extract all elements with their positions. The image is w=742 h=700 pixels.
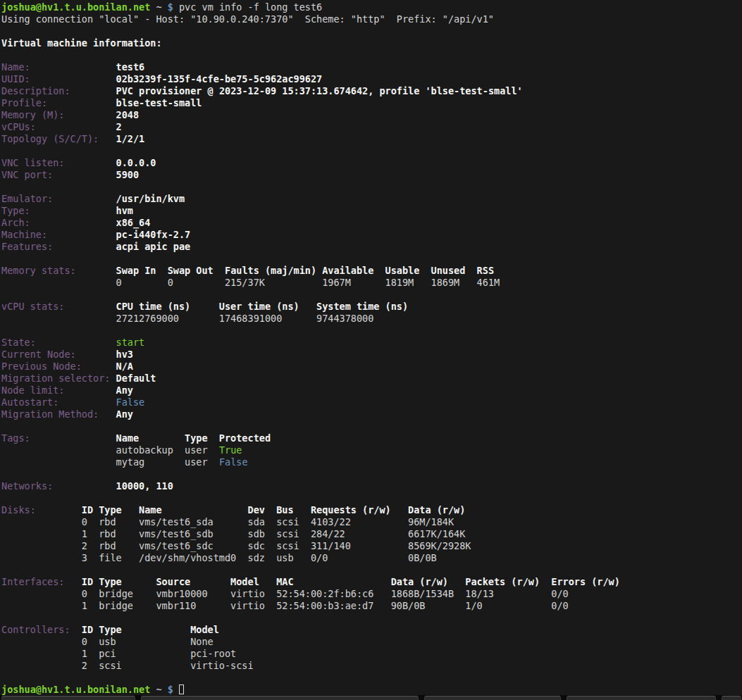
- kv-uuid: UUID: 02b3239f-135f-4cfe-be75-5c962ac996…: [1, 73, 741, 85]
- kv-state-seg-0: State:: [1, 337, 36, 348]
- taskbar-window-segment-4[interactable]: [722, 696, 741, 700]
- tags-header: Tags: Name Type Protected: [1, 432, 741, 444]
- prompt-command-line-seg-2: $: [168, 1, 173, 13]
- kv-vnc-listen-seg-2: 0.0.0.0: [116, 157, 156, 168]
- taskbar-strip: [0, 695, 742, 700]
- kv-features: Features: acpi apic pae: [1, 241, 741, 253]
- disk-row-0-seg-1: 0 rbd vms/test6_sda sda scsi 4103/22 96M…: [82, 516, 454, 527]
- kv-vnc-port-seg-0: VNC port:: [1, 169, 53, 180]
- taskbar-window-segment-2[interactable]: [424, 696, 561, 700]
- kv-vcpus: vCPUs: 2: [1, 121, 741, 133]
- kv-current-node: Current Node: hv3: [1, 349, 741, 361]
- tag-row-autobackup-seg-1: autobackup user: [116, 444, 219, 456]
- kv-machine-seg-1: [47, 229, 116, 240]
- interfaces-header-seg-1: [64, 576, 81, 587]
- kv-node-limit-seg-1: [64, 385, 116, 396]
- prompt-line-cursor-seg-2: $: [168, 684, 173, 695]
- kv-previous-node-seg-0: Previous Node:: [1, 361, 82, 372]
- disk-row-2: 2 rbd vms/test6_sdc sdc scsi 311/140 856…: [1, 540, 741, 552]
- blank-line: [1, 672, 741, 684]
- tag-row-autobackup-seg-2: True: [219, 444, 242, 456]
- kv-migration-method: Migration Method: Any: [1, 408, 741, 420]
- kv-profile-seg-0: Profile:: [1, 97, 47, 108]
- taskbar-window-segment-1[interactable]: [141, 696, 419, 700]
- kv-name: Name: test6: [1, 61, 741, 73]
- kv-state-seg-1: [36, 337, 116, 348]
- kv-autostart: Autostart: False: [1, 396, 741, 408]
- interface-row-0-seg-1: 0 bridge vmbr10000 virtio 52:54:00:2f:b6…: [82, 588, 569, 599]
- kv-arch-seg-2: x86_64: [116, 217, 151, 228]
- kv-migration-selector-seg-0: Migration selector:: [1, 373, 110, 384]
- vcpu-stats-header-seg-1: [64, 301, 116, 312]
- prompt-command-line: joshua@hv1.t.u.bonilan.net ~ $ pvc vm in…: [1, 1, 741, 13]
- kv-description: Description: PVC provisioner @ 2023-12-0…: [1, 85, 741, 97]
- controller-row-2-seg-0: [1, 660, 82, 671]
- interface-row-0: 0 bridge vmbr10000 virtio 52:54:00:2f:b6…: [1, 588, 741, 600]
- kv-name-seg-0: Name:: [1, 61, 30, 73]
- vcpu-stats-header-seg-0: vCPU stats:: [1, 301, 64, 312]
- kv-profile-seg-2: blse-test-small: [116, 97, 202, 108]
- blank-line: [1, 253, 741, 265]
- section-title-line: Virtual machine information:: [1, 37, 741, 49]
- kv-profile-seg-1: [47, 97, 116, 108]
- kv-migration-selector-seg-1: [110, 373, 116, 384]
- kv-migration-selector-seg-2: Default: [116, 373, 156, 384]
- kv-networks-seg-0: Networks:: [1, 480, 53, 492]
- disk-row-3: 3 file /dev/shm/vhostmd0 sdz usb 0/0 0B/…: [1, 552, 741, 564]
- kv-arch-seg-0: Arch:: [1, 217, 30, 228]
- terminal-screen[interactable]: joshua@hv1.t.u.bonilan.net ~ $ pvc vm in…: [1, 1, 741, 696]
- disk-row-1-seg-1: 1 rbd vms/test6_sdb sdb scsi 284/22 6617…: [82, 528, 466, 539]
- kv-vnc-listen-seg-0: VNC listen:: [1, 157, 64, 168]
- disk-row-0: 0 rbd vms/test6_sda sda scsi 4103/22 96M…: [1, 516, 741, 528]
- memory-stats-values-seg-0: [1, 277, 116, 288]
- memory-stats-header: Memory stats: Swap In Swap Out Faults (m…: [1, 265, 741, 277]
- kv-machine-seg-0: Machine:: [1, 229, 47, 240]
- kv-machine: Machine: pc-i440fx-2.7: [1, 229, 741, 241]
- kv-uuid-seg-0: UUID:: [1, 73, 30, 85]
- taskbar-window-segment-3[interactable]: [567, 696, 716, 700]
- kv-autostart-seg-1: [58, 396, 116, 408]
- blank-line: [1, 181, 741, 193]
- kv-current-node-seg-1: [76, 349, 116, 360]
- vcpu-stats-values: 27212769000 17468391000 9744378000: [1, 313, 741, 325]
- disks-header-seg-2: ID Type Name Dev Bus Requests (r/w) Data…: [82, 504, 466, 515]
- prompt-command-line-seg-0: joshua@hv1.t.u.bonilan.net: [1, 1, 150, 13]
- kv-migration-selector: Migration selector: Default: [1, 373, 741, 385]
- kv-features-seg-2: acpi apic pae: [116, 241, 191, 252]
- prompt-command-line-seg-1: ~: [150, 1, 167, 13]
- kv-topology: Topology (S/C/T): 1/2/1: [1, 133, 741, 145]
- memory-stats-header-seg-0: Memory stats:: [1, 265, 76, 276]
- disk-row-1-seg-0: [1, 528, 82, 539]
- kv-topology-seg-1: [99, 133, 116, 144]
- prompt-line-cursor-seg-3: [173, 684, 179, 695]
- kv-vnc-listen-seg-1: [64, 157, 116, 168]
- kv-type: Type: hvm: [1, 205, 741, 217]
- kv-migration-method-seg-0: Migration Method:: [1, 408, 99, 420]
- tag-row-mytag-seg-0: [1, 456, 116, 468]
- memory-stats-header-seg-2: Swap In Swap Out Faults (maj/min) Availa…: [116, 265, 494, 276]
- kv-previous-node-seg-1: [82, 361, 116, 372]
- taskbar-window-segment-0[interactable]: [1, 696, 135, 700]
- blank-line: [1, 25, 741, 37]
- disks-header-seg-0: Disks:: [1, 504, 36, 515]
- kv-topology-seg-0: Topology (S/C/T):: [1, 133, 99, 144]
- interface-row-1-seg-1: 1 bridge vmbr110 virtio 52:54:00:b3:ae:d…: [82, 600, 569, 611]
- kv-memory: Memory (M): 2048: [1, 109, 741, 121]
- tag-row-mytag: mytag user False: [1, 456, 741, 468]
- kv-name-seg-2: test6: [116, 61, 145, 73]
- prompt-line-cursor-seg-0: joshua@hv1.t.u.bonilan.net: [1, 684, 150, 695]
- tag-row-autobackup: autobackup user True: [1, 444, 741, 456]
- kv-migration-method-seg-1: [99, 408, 116, 420]
- vcpu-stats-header: vCPU stats: CPU time (ns) User time (ns)…: [1, 301, 741, 313]
- kv-emulator-seg-0: Emulator:: [1, 193, 53, 204]
- kv-vnc-port-seg-2: 5900: [116, 169, 140, 180]
- prompt-line-cursor: joshua@hv1.t.u.bonilan.net ~ $: [1, 684, 741, 696]
- kv-node-limit-seg-2: Any: [116, 385, 133, 396]
- kv-autostart-seg-2: False: [116, 396, 145, 408]
- vcpu-stats-values-seg-1: 27212769000 17468391000 9744378000: [116, 313, 374, 324]
- disk-row-0-seg-0: [1, 516, 82, 527]
- kv-memory-seg-1: [64, 109, 116, 120]
- controllers-header: Controllers: ID Type Model: [1, 624, 741, 636]
- kv-type-seg-1: [30, 205, 116, 216]
- blank-line: [1, 289, 741, 301]
